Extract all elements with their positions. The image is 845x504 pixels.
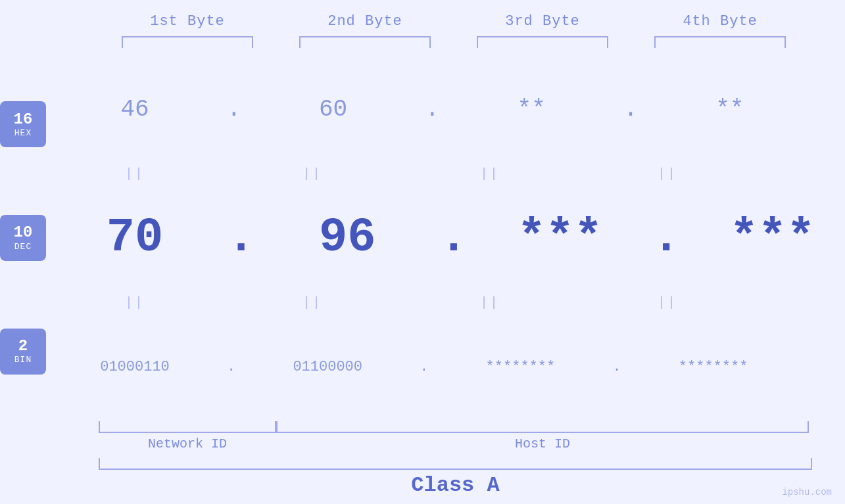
top-bracket-row bbox=[99, 36, 845, 48]
hex-badge-label: HEX bbox=[14, 128, 32, 138]
bin-val-1: 01000110 bbox=[100, 359, 170, 375]
bin-cell-4: ******** bbox=[625, 359, 802, 375]
byte2-header: 2nd Byte bbox=[276, 13, 454, 30]
dec-cell-4: *** bbox=[684, 211, 845, 265]
host-id-label: Host ID bbox=[276, 436, 809, 451]
hex-cell-1: 46 bbox=[46, 96, 224, 123]
bin-badge-label: BIN bbox=[14, 355, 32, 365]
network-bracket bbox=[99, 421, 276, 433]
dec-dot-1: . bbox=[227, 211, 255, 265]
bracket-cell-3 bbox=[454, 36, 631, 48]
dec-cell-3: *** bbox=[471, 211, 648, 265]
main-container: 1st Byte 2nd Byte 3rd Byte 4th Byte 16 H… bbox=[0, 0, 845, 504]
bin-cell-1: 01000110 bbox=[46, 359, 224, 375]
bin-dot-1: . bbox=[227, 359, 235, 375]
hex-dot-2: . bbox=[425, 96, 440, 123]
network-id-label: Network ID bbox=[99, 436, 276, 451]
sep2-2: || bbox=[224, 295, 401, 310]
hex-dot-3: . bbox=[623, 96, 638, 123]
dec-val-1: 70 bbox=[107, 211, 163, 265]
top-bracket-3 bbox=[477, 36, 608, 48]
bottom-area: Network ID Host ID Class A bbox=[0, 421, 845, 504]
bracket-cell-4 bbox=[631, 36, 809, 48]
dec-val-2: 96 bbox=[319, 211, 375, 265]
dec-cell-2: 96 bbox=[258, 211, 436, 265]
dec-badge-num: 10 bbox=[14, 224, 33, 241]
bin-val-2: 01100000 bbox=[293, 359, 362, 375]
bracket-cell-1 bbox=[99, 36, 276, 48]
bottom-brackets bbox=[99, 421, 845, 433]
hex-dot-1: . bbox=[227, 96, 241, 123]
bin-badge-num: 2 bbox=[18, 338, 28, 355]
bin-cell-3: ******** bbox=[431, 359, 609, 375]
hex-cell-4: ** bbox=[641, 96, 819, 123]
content-area: 16 HEX 10 DEC 2 BIN 46 . 60 bbox=[0, 55, 845, 421]
host-bracket bbox=[276, 421, 809, 433]
hex-val-2: 60 bbox=[319, 96, 347, 123]
byte4-header: 4th Byte bbox=[631, 13, 809, 30]
sep2-3: || bbox=[401, 295, 579, 310]
full-bottom-bracket bbox=[99, 458, 812, 470]
hex-val-3: ** bbox=[518, 96, 546, 123]
hex-row: 46 . 60 . ** . ** bbox=[46, 55, 845, 164]
hex-badge: 16 HEX bbox=[0, 101, 46, 147]
sep1-1: || bbox=[46, 166, 224, 181]
hex-cell-3: ** bbox=[443, 96, 620, 123]
separator-1: || || || || bbox=[46, 164, 845, 183]
hex-badge-num: 16 bbox=[14, 111, 33, 128]
sep1-2: || bbox=[224, 166, 401, 181]
sep2-4: || bbox=[579, 295, 756, 310]
dec-dot-3: . bbox=[652, 211, 680, 265]
bin-row: 01000110 . 01100000 . ******** . *******… bbox=[46, 312, 845, 421]
id-labels: Network ID Host ID bbox=[99, 436, 845, 451]
bin-dot-2: . bbox=[420, 359, 428, 375]
dec-badge: 10 DEC bbox=[0, 215, 46, 261]
sep2-1: || bbox=[46, 295, 224, 310]
bin-cell-2: 01100000 bbox=[239, 359, 416, 375]
byte1-header: 1st Byte bbox=[99, 13, 276, 30]
bracket-cell-2 bbox=[276, 36, 454, 48]
bin-val-3: ******** bbox=[486, 359, 556, 375]
dec-badge-label: DEC bbox=[14, 242, 32, 252]
top-bracket-2 bbox=[299, 36, 431, 48]
dec-cell-1: 70 bbox=[46, 211, 224, 265]
data-columns: 46 . 60 . ** . ** || || || || bbox=[46, 55, 845, 421]
watermark: ipshu.com bbox=[782, 487, 832, 497]
bin-dot-3: . bbox=[612, 359, 621, 375]
hex-val-4: ** bbox=[715, 96, 744, 123]
top-bracket-4 bbox=[654, 36, 786, 48]
top-bracket-1 bbox=[122, 36, 253, 48]
byte3-header: 3rd Byte bbox=[454, 13, 631, 30]
class-label: Class A bbox=[99, 473, 812, 497]
dec-dot-2: . bbox=[439, 211, 468, 265]
bin-badge: 2 BIN bbox=[0, 329, 46, 375]
dec-val-4: *** bbox=[730, 211, 815, 265]
bin-val-4: ******** bbox=[679, 359, 748, 375]
badge-column: 16 HEX 10 DEC 2 BIN bbox=[0, 55, 46, 421]
sep1-3: || bbox=[401, 166, 579, 181]
dec-row: 70 . 96 . *** . *** bbox=[46, 183, 845, 292]
separator-2: || || || || bbox=[46, 292, 845, 312]
byte-headers: 1st Byte 2nd Byte 3rd Byte 4th Byte bbox=[99, 13, 845, 30]
dec-val-3: *** bbox=[518, 211, 603, 265]
sep1-4: || bbox=[579, 166, 756, 181]
hex-cell-2: 60 bbox=[245, 96, 422, 123]
hex-val-1: 46 bbox=[120, 96, 149, 123]
